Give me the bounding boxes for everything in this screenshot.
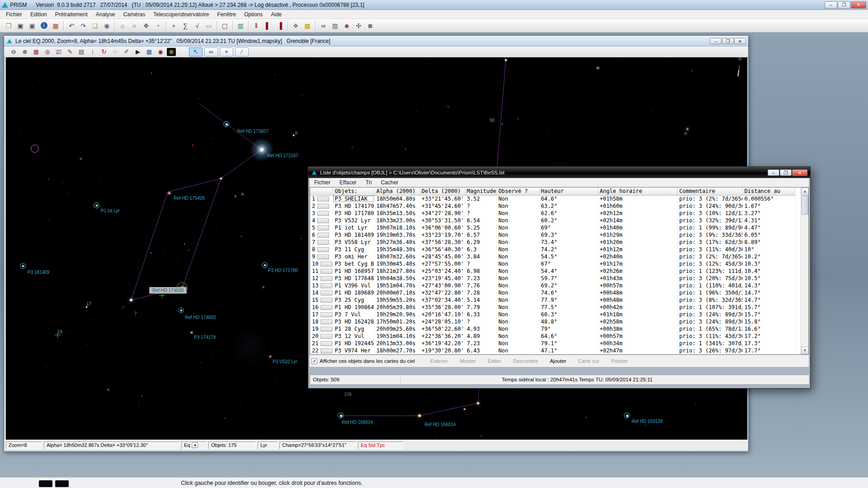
observatory-icon[interactable]: ⌂ bbox=[117, 20, 128, 31]
scroll-down-icon[interactable]: ▼ bbox=[801, 347, 809, 354]
table-row[interactable]: 2P3 HD 17417918h47m57.40s+31°45'24.60''?… bbox=[310, 202, 795, 210]
table-row[interactable]: 22P3 V974 Her18h00m27.70s+19°30'20.80''6… bbox=[310, 347, 795, 354]
zoom-in-icon[interactable]: ⊕ bbox=[20, 47, 30, 56]
pointer-hand-icon[interactable]: ☞ bbox=[110, 47, 120, 56]
sky-object-label[interactable]: Ref HD 166014 bbox=[425, 422, 456, 427]
catalog-search-icon[interactable]: UGCRk? bbox=[54, 47, 64, 56]
sky-close-button[interactable]: ✕ bbox=[734, 38, 746, 44]
print-icon[interactable]: ▤ bbox=[76, 47, 86, 56]
app-close-button[interactable]: ✕ bbox=[851, 1, 866, 9]
table-row[interactable]: 16P1 HD 19086420h05m39.80s+35°36'28.00''… bbox=[310, 304, 795, 311]
list-window-titlebar[interactable]: Liste d'objets/champs [OBJL] > C:\Users\… bbox=[308, 167, 810, 178]
info-icon[interactable]: i bbox=[38, 20, 49, 31]
menu-fen-tre[interactable]: Fenêtre bbox=[213, 10, 240, 19]
list-close-button[interactable]: ✕ bbox=[792, 169, 807, 176]
user-icon[interactable]: ☻ bbox=[341, 20, 352, 31]
palette-clipboard-icon[interactable]: ▥ bbox=[235, 20, 246, 31]
save-icon[interactable]: ▣ bbox=[15, 20, 26, 31]
histogram-icon[interactable]: ▥ bbox=[330, 20, 340, 31]
fingerprint-icon[interactable]: ◉ bbox=[101, 20, 112, 31]
open-list-icon[interactable]: ❒ bbox=[3, 20, 14, 31]
named-star[interactable] bbox=[130, 299, 132, 301]
table-row[interactable]: 15P3 25 Cyg19h59m55.20s+37°02'34.40''5.1… bbox=[310, 296, 795, 304]
select-cursor-icon[interactable]: ↖ bbox=[189, 47, 203, 56]
menu-pr-traitement[interactable]: Prétraitement bbox=[51, 10, 92, 19]
table-row[interactable]: 18P3 HD 16242817h50m01.20s+24°28'05.10''… bbox=[310, 318, 795, 325]
animate-icon[interactable]: ▶ bbox=[133, 47, 143, 56]
table-row[interactable]: 19P1 28 Cyg20h09m25.60s+36°50'22.60''4.9… bbox=[310, 325, 795, 333]
table-row[interactable]: 7P3 V558 Lyr19h27m36.40s+37°56'28.30''6.… bbox=[310, 239, 795, 246]
sky-object-label[interactable]: P1 iot Lyr bbox=[101, 208, 120, 213]
sky-object-label[interactable]: Ref HD 175426 bbox=[174, 196, 205, 201]
carte-sur-button[interactable]: Carte sur bbox=[578, 358, 599, 364]
night-target-icon[interactable]: ⊕ bbox=[167, 48, 176, 56]
column-header[interactable]: Observé ? bbox=[496, 188, 539, 195]
descendre-button[interactable]: Descendre bbox=[513, 358, 538, 364]
column-header[interactable] bbox=[310, 188, 333, 195]
sky-object-label[interactable]: P3 181409 bbox=[28, 270, 49, 275]
sky-window-titlebar[interactable]: Le ciel EQ.2000, Zoom=8, Alpha= 18h14m45… bbox=[4, 36, 748, 47]
sky-object-label[interactable]: P3 V532 Lyr bbox=[273, 359, 297, 364]
column-header[interactable]: Delta (2000) : bbox=[420, 188, 465, 195]
vertical-scrollbar[interactable]: ▲ ▼ bbox=[801, 188, 808, 354]
menu-telescope-observatoire[interactable]: Telescope/observatoire bbox=[149, 10, 213, 19]
menu-options[interactable]: Options bbox=[240, 10, 267, 19]
column-header[interactable]: Magnitude: bbox=[465, 188, 496, 195]
table-row[interactable]: 12P3 HD 17764819h04m38.50s+23°19'45.40''… bbox=[310, 275, 795, 282]
joystick-icon[interactable]: ✣ bbox=[353, 20, 364, 31]
monter-button[interactable]: Monter bbox=[460, 358, 476, 364]
sky-object-label[interactable]: Ref HD 168914 bbox=[342, 420, 373, 425]
named-star[interactable] bbox=[418, 414, 421, 417]
table-row[interactable]: 9P3 omi Her18h07m32.60s+28°45'45.00''3.8… bbox=[310, 253, 795, 260]
column-header[interactable]: Commentaire bbox=[677, 188, 742, 195]
sky-object-label[interactable]: P3 174179 bbox=[194, 335, 216, 340]
named-star[interactable] bbox=[220, 178, 222, 179]
sky-maximize-button[interactable]: ❐ bbox=[722, 38, 734, 44]
dome-icon[interactable]: ∩ bbox=[129, 20, 140, 31]
ajouter-button[interactable]: Ajouter bbox=[550, 358, 566, 364]
app-maximize-button[interactable]: ❐ bbox=[838, 1, 850, 9]
table-row[interactable]: 3P3 HD 17178018h35m13.50s+34°27'28.90''?… bbox=[310, 210, 795, 217]
table-row[interactable]: 4P3 V532 Lyr18h33m23.00s+30°53'31.50''6.… bbox=[310, 217, 795, 224]
column-header[interactable]: Alpha (2000) : bbox=[374, 188, 420, 195]
menu-fichier[interactable]: Fichier bbox=[2, 10, 26, 19]
chevron-down-icon[interactable]: ▼ bbox=[192, 442, 198, 448]
annotate-icon[interactable]: ✎ bbox=[65, 47, 75, 56]
named-star[interactable] bbox=[505, 59, 507, 61]
app-minimize-button[interactable]: – bbox=[825, 1, 837, 9]
chart-red2-icon[interactable]: ▐ bbox=[274, 20, 285, 31]
table-row[interactable]: 1P3 SHELIAK18h50m04.80s+33°21'45.60''3.5… bbox=[310, 195, 795, 202]
named-star[interactable] bbox=[464, 408, 465, 410]
sky-object-label[interactable]: Ref HD 174602 bbox=[185, 315, 216, 320]
show-objects-checkbox[interactable]: ✓ bbox=[311, 358, 317, 364]
pointer-button[interactable]: Pointer bbox=[611, 358, 627, 364]
tools-icon[interactable]: ❖ bbox=[290, 20, 301, 31]
erase-icon[interactable]: ✐ bbox=[122, 47, 132, 56]
sky-object-label[interactable]: 17 bbox=[86, 301, 91, 306]
celestial-sphere-icon[interactable]: ◎ bbox=[42, 47, 52, 56]
table-row[interactable]: 10P3 bet Cyg B19h30m45.40s+27°57'55.00''… bbox=[310, 260, 795, 267]
editer-button[interactable]: Editer bbox=[488, 358, 501, 364]
mount-icon[interactable]: ✥ bbox=[141, 20, 151, 31]
display-options-icon[interactable]: ▦ bbox=[31, 47, 41, 56]
table-row[interactable]: 20P3 12 Vul19h51m04.10s+22°36'36.20''4.8… bbox=[310, 333, 795, 340]
date-window-icon[interactable]: ▦ bbox=[50, 20, 61, 31]
sky-object-label[interactable]: Ref HD 159139 bbox=[632, 419, 663, 424]
monitor-icon[interactable]: ▢ bbox=[219, 20, 230, 31]
enlever-button[interactable]: Enlever bbox=[430, 358, 448, 364]
table-row[interactable]: 13P1 V396 Vul19h51m04.70s+27°43'00.90''7… bbox=[310, 282, 795, 289]
table-row[interactable]: 5P1 iot Lyr19h07m18.10s+36°06'00.60''5.2… bbox=[310, 224, 795, 231]
sky-object-label[interactable]: 7 bbox=[134, 311, 137, 316]
menu-analyse[interactable]: Analyse bbox=[92, 10, 119, 19]
column-header[interactable]: Distance au bbox=[742, 188, 795, 195]
column-header[interactable]: Angle horaire bbox=[598, 188, 677, 195]
scroll-up-icon[interactable]: ▲ bbox=[801, 188, 809, 195]
frame-selector[interactable]: Eq▼ bbox=[181, 441, 207, 449]
bar-chart-icon[interactable]: ‖ bbox=[251, 20, 262, 31]
named-star[interactable] bbox=[191, 332, 193, 333]
menu-edition[interactable]: Edition bbox=[26, 10, 51, 19]
named-star[interactable] bbox=[168, 192, 170, 194]
field-view-icon[interactable]: ◉ bbox=[156, 47, 165, 56]
list-maximize-button[interactable]: ❐ bbox=[780, 169, 792, 176]
table-row[interactable]: 6P3 HD 18140919h19m03.70s+33°23'19.70''6… bbox=[310, 231, 795, 239]
